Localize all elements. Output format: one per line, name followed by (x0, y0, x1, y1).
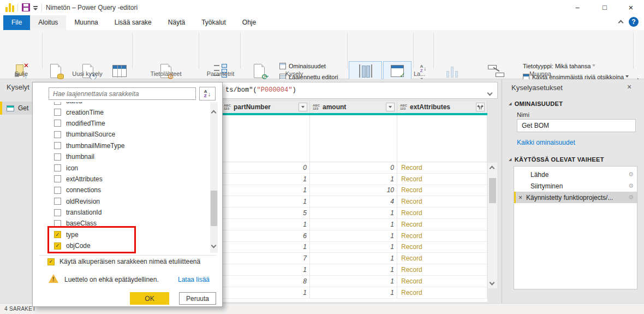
column-option-thumbnail[interactable]: thumbnail (49, 151, 207, 162)
applied-steps-section-header[interactable]: ◢ KÄYTÖSSÄ OLEVAT VAIHEET (509, 156, 604, 163)
column-option-dated[interactable]: dated (49, 102, 207, 106)
scroll-up-icon[interactable] (490, 166, 495, 171)
record-link[interactable]: Record (397, 287, 487, 298)
gear-icon[interactable]: ⚙ (628, 194, 634, 201)
column-option-extAttributes[interactable]: extAttributes (49, 174, 207, 185)
checkbox-icon[interactable] (54, 120, 61, 127)
checkbox-icon[interactable] (54, 209, 61, 216)
checkbox-icon[interactable] (54, 153, 61, 161)
column-option-thumbnailSource[interactable]: thumbnailSource (49, 129, 207, 140)
record-link[interactable]: Record (397, 196, 487, 207)
ok-button[interactable]: OK (130, 292, 169, 305)
gear-icon[interactable]: ⚙ (628, 182, 634, 189)
column-option-creationTime[interactable]: creationTime (49, 106, 207, 117)
collapse-ribbon-icon[interactable] (616, 17, 625, 27)
titlebar-separator (41, 4, 42, 11)
table-row: 61Record (221, 230, 487, 242)
gear-icon[interactable]: ⚙ (628, 171, 634, 178)
load-more-link[interactable]: Lataa lisää (178, 276, 210, 283)
query-name-input[interactable] (517, 119, 636, 132)
column-option-translationId[interactable]: translationId (49, 207, 207, 218)
column-option-connections[interactable]: connections (49, 185, 207, 195)
table-vertical-scrollbar[interactable] (488, 163, 497, 288)
record-link[interactable]: Record (397, 162, 487, 173)
cancel-button[interactable]: Peruuta (179, 292, 216, 305)
cell-value: 5 (221, 208, 310, 218)
scrollbar-thumb[interactable] (211, 191, 217, 226)
column-header-extAttributes[interactable]: ABC123extAttributes (397, 101, 487, 113)
formula-expand-chevron-icon[interactable] (488, 87, 492, 97)
properties-section-header[interactable]: ◢ OMINAISUUDET (509, 100, 563, 107)
use-original-name-prefix-option[interactable]: ✓ Käytä alkuperäisen sarakkeen nimeä etu… (47, 258, 200, 265)
maximize-button[interactable]: □ (596, 0, 613, 15)
warning-exclamation: ! (52, 276, 54, 282)
scroll-up-icon[interactable] (211, 110, 217, 116)
record-link[interactable]: Record (397, 264, 487, 275)
record-link[interactable]: Record (397, 230, 487, 241)
record-link[interactable]: Record (397, 219, 487, 230)
minimize-button[interactable]: – (569, 0, 586, 15)
applied-step[interactable]: ×Käynnistetty funktioprojects/...⚙ (514, 192, 637, 203)
table-row: 11Record (221, 219, 487, 230)
tab-aloitus[interactable]: Aloitus (30, 15, 66, 30)
all-properties-link[interactable]: Kaikki ominaisuudet (517, 139, 575, 146)
applied-step-label: Käynnistetty funktioprojects/... (526, 194, 613, 202)
checkbox-icon[interactable] (54, 109, 61, 116)
tab-file[interactable]: File (3, 15, 30, 30)
record-link[interactable]: Record (397, 208, 487, 218)
dialog-sort-button[interactable]: AZ ↓ (199, 87, 216, 100)
record-link[interactable]: Record (397, 253, 487, 264)
table-row: 51Record (221, 208, 487, 219)
expand-column-icon[interactable] (476, 103, 485, 111)
panel-divider (502, 79, 502, 303)
checkbox-icon[interactable] (54, 198, 61, 205)
scroll-down-icon[interactable] (490, 280, 495, 286)
column-option-thumbnailMimeType[interactable]: thumbnailMimeType (49, 140, 207, 151)
tab-näytä[interactable]: Näytä (160, 15, 193, 30)
abc123-type-icon: ABC123 (313, 104, 320, 110)
close-button[interactable]: × (622, 0, 640, 15)
record-link[interactable]: Record (397, 242, 487, 253)
save-icon[interactable] (22, 3, 30, 11)
dialog-scrollbar[interactable] (210, 102, 218, 253)
properties-button[interactable]: Ominaisuudet (279, 63, 326, 69)
record-link[interactable]: Record (397, 174, 487, 185)
tab-työkalut[interactable]: Työkalut (193, 15, 234, 30)
filter-dropdown-icon[interactable] (299, 103, 307, 111)
table-empty-row (221, 115, 487, 162)
column-option-modifiedTime[interactable]: modifiedTime (49, 118, 207, 129)
checkbox-icon[interactable] (54, 131, 61, 138)
column-option-oldRevision[interactable]: oldRevision (49, 196, 207, 207)
query-settings-close-icon[interactable]: × (624, 82, 634, 91)
column-header-amount[interactable]: ABC123amount (310, 101, 397, 113)
help-icon[interactable]: ? (629, 17, 639, 27)
quick-access-toolbar-caret-icon[interactable] (33, 6, 38, 10)
data-type-button[interactable]: Tietotyyppi: Mikä tahansa (523, 63, 595, 69)
checkbox-icon[interactable] (54, 142, 61, 149)
checkbox-icon[interactable] (54, 164, 61, 171)
cell-value: 1 (221, 196, 310, 207)
applied-step[interactable]: Siirtyminen⚙ (514, 180, 637, 192)
tab-muunna[interactable]: Muunna (66, 15, 106, 30)
checkbox-icon[interactable] (54, 175, 61, 182)
power-query-editor-window: Nimetön – Power Query -editori – □ × Fil… (0, 0, 644, 314)
record-link[interactable]: Record (397, 276, 487, 287)
applied-step[interactable]: Lähde⚙ (514, 169, 637, 180)
checkbox-icon[interactable] (54, 187, 61, 194)
column-header-partNumber[interactable]: ABC123partNumber (221, 101, 310, 113)
search-columns-input[interactable] (49, 87, 196, 100)
checkbox-icon[interactable] (54, 102, 61, 105)
section-collapse-icon[interactable]: ◢ (509, 102, 512, 106)
section-collapse-icon[interactable]: ◢ (509, 157, 512, 162)
delete-step-icon[interactable]: × (518, 194, 522, 202)
filter-dropdown-icon[interactable] (386, 103, 395, 111)
scroll-down-icon[interactable] (211, 243, 217, 248)
checkbox-icon[interactable]: ✓ (47, 258, 55, 265)
column-option-icon[interactable]: icon (49, 162, 207, 173)
scrollbar-thumb[interactable] (489, 178, 496, 203)
tab-lisää-sarake[interactable]: Lisää sarake (106, 15, 160, 30)
tab-ohje[interactable]: Ohje (234, 15, 264, 30)
record-link[interactable]: Record (397, 185, 487, 196)
column-option-label: thumbnail (66, 153, 94, 161)
table-body: 00Record11Record110Record14Record51Recor… (221, 162, 487, 299)
